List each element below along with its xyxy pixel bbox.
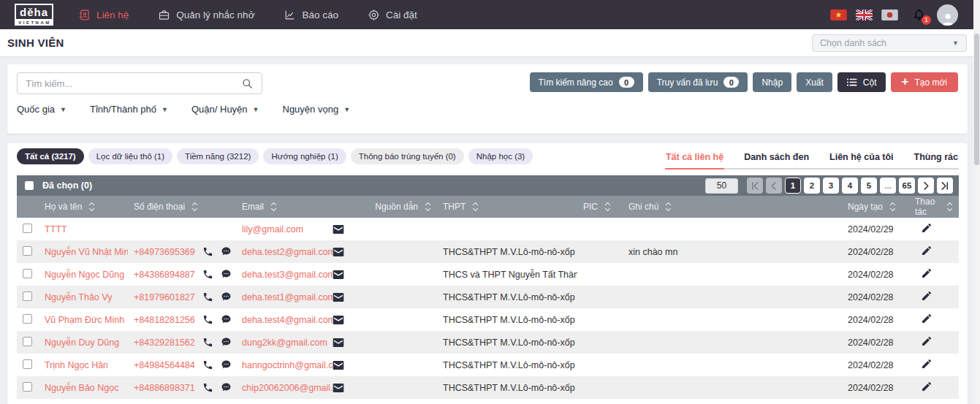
segment-thong-bao-trung-tuyen[interactable]: Thông báo trùng tuyến (0) xyxy=(351,148,464,164)
list-select-dropdown[interactable]: Chọn danh sách ▼ xyxy=(812,34,967,52)
column-header-so-dien-thoai[interactable]: Số điện thoại xyxy=(128,196,236,218)
mail-icon[interactable] xyxy=(333,315,344,325)
chat-icon[interactable] xyxy=(221,314,232,325)
page-button-1[interactable]: 1 xyxy=(785,178,801,194)
student-name-link[interactable]: Nguyễn Vũ Nhật Minh xyxy=(45,247,128,257)
tab-thung-rac[interactable]: Thùng rác xyxy=(913,147,959,168)
email-link[interactable]: deha.test1@gmail.com xyxy=(242,292,333,302)
student-name-link[interactable]: Nguyễn Duy Dũng xyxy=(45,338,119,348)
row-checkbox[interactable] xyxy=(23,314,32,324)
email-link[interactable]: deha.test3@gmail.com xyxy=(242,270,333,280)
saved-queries-button[interactable]: Truy vấn đã lưu0 xyxy=(648,72,748,92)
student-name-link[interactable]: Vũ Phạm Đức Minh xyxy=(45,315,124,325)
filter-tinh-thanh-pho[interactable]: Tỉnh/Thành phố▼ xyxy=(90,104,168,115)
select-all-checkbox[interactable] xyxy=(25,181,34,190)
phone-icon[interactable] xyxy=(202,314,213,325)
column-header-thao-tac[interactable]: Thao tác xyxy=(909,196,959,218)
sort-icon[interactable] xyxy=(425,202,431,212)
edit-button[interactable] xyxy=(915,222,932,234)
edit-button[interactable] xyxy=(915,267,932,279)
segment-tat-ca[interactable]: Tất cả (3217) xyxy=(17,148,84,164)
menu-item-quan-ly-nhac-nho[interactable]: Quản lý nhắc nhở xyxy=(158,9,254,21)
vertical-scrollbar[interactable] xyxy=(973,0,980,404)
page-ellipsis[interactable]: ... xyxy=(880,178,896,194)
create-button[interactable]: +Tạo mới xyxy=(891,72,958,92)
tab-lien-he-cua-toi[interactable]: Liên hệ của tôi xyxy=(829,147,894,168)
column-header-nguon-dan[interactable]: Nguồn dẫn xyxy=(357,196,437,218)
phone-icon[interactable] xyxy=(202,291,213,302)
prev-page-button[interactable] xyxy=(766,178,782,194)
row-checkbox[interactable] xyxy=(23,337,32,346)
menu-item-lien-he[interactable]: Liên hệ xyxy=(78,9,129,21)
segment-nhap-hoc[interactable]: Nhập học (3) xyxy=(468,148,533,164)
sort-icon[interactable] xyxy=(472,202,479,212)
tab-tat-ca-lien-he[interactable]: Tất cả liên hệ xyxy=(665,147,724,168)
mail-icon[interactable] xyxy=(333,292,344,302)
flag-uk-icon[interactable] xyxy=(856,9,873,20)
advanced-search-button[interactable]: Tìm kiếm nâng cao0 xyxy=(530,72,643,92)
mail-icon[interactable] xyxy=(333,360,344,370)
column-header-ho-va-ten[interactable]: Họ và tên xyxy=(39,196,128,218)
page-button-5[interactable]: 5 xyxy=(861,178,877,194)
phone-icon[interactable] xyxy=(202,382,213,393)
phone-icon[interactable] xyxy=(202,337,213,348)
tab-danh-sach-den[interactable]: Danh sách đen xyxy=(743,147,810,168)
row-checkbox[interactable] xyxy=(23,359,32,369)
edit-button[interactable] xyxy=(915,335,932,347)
mail-icon[interactable] xyxy=(333,247,344,257)
edit-button[interactable] xyxy=(915,290,932,302)
row-checkbox[interactable] xyxy=(23,269,32,278)
column-header-thpt[interactable]: THPT xyxy=(437,196,577,218)
sort-icon[interactable] xyxy=(946,202,953,212)
export-button[interactable]: Xuất xyxy=(797,72,832,92)
column-header-pic[interactable]: PIC xyxy=(577,196,623,218)
student-name-link[interactable]: Nguyễn Thảo Vy xyxy=(45,292,112,302)
filter-nguyen-vong[interactable]: Nguyện vọng▼ xyxy=(283,104,351,115)
notifications-button[interactable]: 1 xyxy=(912,8,926,22)
flag-japan-icon[interactable] xyxy=(881,9,898,20)
menu-item-cai-dat[interactable]: Cài đặt xyxy=(368,9,417,21)
mail-icon[interactable] xyxy=(333,224,344,235)
first-page-button[interactable] xyxy=(747,178,763,194)
page-button-3[interactable]: 3 xyxy=(823,178,839,194)
segment-huong-nghiep[interactable]: Hướng nghiệp (1) xyxy=(263,148,346,164)
phone-icon[interactable] xyxy=(202,359,213,370)
row-checkbox[interactable] xyxy=(23,246,32,256)
sort-icon[interactable] xyxy=(604,202,611,212)
page-size-input[interactable]: 50 xyxy=(705,178,738,194)
email-link[interactable]: dung2kk@gmail.com xyxy=(242,338,327,348)
last-page-button[interactable] xyxy=(937,178,953,194)
row-checkbox[interactable] xyxy=(23,382,32,392)
filter-quoc-gia[interactable]: Quốc gia▼ xyxy=(17,104,67,115)
next-page-button[interactable] xyxy=(918,178,934,194)
page-button-4[interactable]: 4 xyxy=(842,178,858,194)
column-header-ghi-chu[interactable]: Ghi chú xyxy=(623,196,842,218)
student-name-link[interactable]: Nguyễn Bảo Ngọc xyxy=(45,383,118,393)
search-input[interactable] xyxy=(26,78,241,89)
brand-logo[interactable]: dĕha VIETNAM xyxy=(15,4,53,26)
sort-icon[interactable] xyxy=(889,202,896,212)
row-checkbox[interactable] xyxy=(23,224,32,233)
phone-icon[interactable] xyxy=(202,269,213,280)
phone-icon[interactable] xyxy=(202,246,213,257)
page-button-65[interactable]: 65 xyxy=(899,178,915,194)
columns-button[interactable]: Cột xyxy=(837,72,886,92)
sort-icon[interactable] xyxy=(665,202,672,212)
chat-icon[interactable] xyxy=(221,337,232,348)
flag-vietnam-icon[interactable] xyxy=(830,9,847,20)
scrollbar-thumb[interactable] xyxy=(974,34,979,165)
import-button[interactable]: Nhập xyxy=(753,72,791,92)
filter-quan-huyen[interactable]: Quận/ Huyện▼ xyxy=(191,104,259,115)
email-link[interactable]: deha.test4@gmail.com xyxy=(242,315,333,325)
student-name-link[interactable]: TTTT xyxy=(45,224,67,235)
edit-button[interactable] xyxy=(915,358,932,370)
chat-icon[interactable] xyxy=(221,246,232,257)
chat-icon[interactable] xyxy=(221,269,232,280)
chat-icon[interactable] xyxy=(221,382,232,393)
sort-icon[interactable] xyxy=(270,202,277,212)
column-header-ngay-tao[interactable]: Ngày tạo xyxy=(842,196,909,218)
email-link[interactable]: lily@gmail.com xyxy=(242,224,303,235)
column-header-email[interactable]: Email xyxy=(236,196,357,218)
email-link[interactable]: deha.test2@gmail.com xyxy=(242,247,333,257)
segment-tiem-nang[interactable]: Tiềm năng (3212) xyxy=(177,148,259,164)
